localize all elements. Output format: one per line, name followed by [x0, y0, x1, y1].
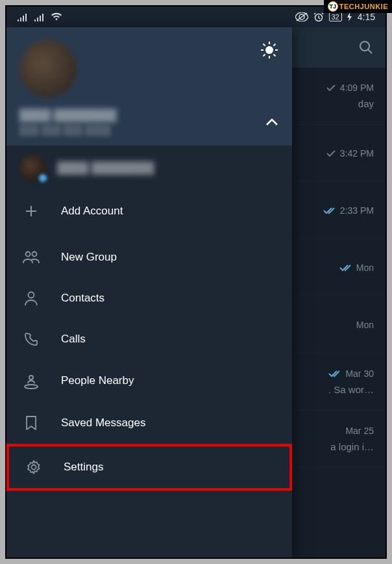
chat-time: Mon: [356, 263, 374, 273]
svg-line-11: [263, 55, 265, 57]
double-check-icon: [328, 370, 341, 378]
theme-toggle-icon[interactable]: [260, 40, 279, 60]
double-check-icon: [339, 264, 352, 272]
user-name: ████ ████████: [19, 109, 116, 122]
chat-time: Mar 25: [345, 426, 374, 436]
divider: [6, 234, 292, 235]
visibility-icon: [295, 12, 308, 21]
chat-preview: a login i…: [330, 441, 374, 452]
people-nearby-label: People Nearby: [61, 374, 134, 387]
people-nearby-item[interactable]: People Nearby: [6, 359, 292, 402]
chat-preview: day: [358, 98, 374, 109]
gear-icon: [25, 459, 43, 475]
add-account-item[interactable]: Add Account: [6, 191, 292, 231]
contacts-label: Contacts: [61, 292, 104, 305]
account-name: ████ ████████: [57, 162, 154, 175]
svg-point-16: [29, 376, 33, 379]
settings-item[interactable]: Settings: [9, 446, 289, 488]
avatar[interactable]: [19, 40, 77, 97]
chevron-up-icon[interactable]: [265, 118, 279, 127]
settings-label: Settings: [64, 461, 103, 474]
chat-preview: . Sa wor…: [328, 384, 374, 395]
svg-line-12: [274, 44, 276, 46]
person-icon: [22, 290, 40, 306]
svg-point-17: [25, 385, 38, 389]
navigation-drawer[interactable]: ████ ████████ ███ ███ ███ ████ ████ ████…: [6, 27, 292, 558]
check-icon: [326, 149, 336, 157]
svg-point-4: [265, 46, 273, 54]
chat-time: 4:09 PM: [340, 83, 374, 93]
search-icon[interactable]: [358, 40, 374, 55]
charging-icon: [347, 12, 352, 21]
saved-messages-label: Saved Messages: [61, 417, 145, 429]
location-person-icon: [22, 372, 40, 389]
plus-icon: [22, 204, 40, 218]
svg-point-2: [360, 42, 369, 51]
check-icon: [326, 84, 336, 92]
double-check-icon: [323, 207, 336, 214]
drawer-header: ████ ████████ ███ ███ ███ ████: [6, 27, 292, 146]
contacts-item[interactable]: Contacts: [6, 277, 292, 319]
user-phone: ███ ███ ███ ████: [19, 125, 116, 135]
bookmark-icon: [22, 415, 40, 431]
calls-label: Calls: [61, 333, 86, 346]
svg-point-15: [29, 292, 34, 298]
calls-item[interactable]: Calls: [6, 319, 292, 359]
chat-time: 3:42 PM: [340, 148, 374, 159]
phone-frame: 32 4:15 4:09 PMday3:42 PM2:33 PMMonMonMa…: [5, 5, 387, 559]
battery-indicator: 32: [329, 12, 342, 21]
svg-point-14: [32, 252, 37, 257]
alarm-icon: [313, 12, 324, 22]
account-item[interactable]: ████ ████████: [6, 146, 292, 191]
account-avatar: [19, 155, 47, 182]
wifi-icon: [51, 12, 62, 21]
svg-line-9: [263, 44, 265, 46]
svg-point-18: [32, 465, 36, 470]
chat-time: Mar 30: [345, 368, 374, 379]
add-account-label: Add Account: [61, 205, 123, 218]
phone-icon: [22, 332, 40, 346]
new-group-item[interactable]: New Group: [6, 237, 292, 277]
svg-line-10: [274, 55, 276, 57]
new-group-label: New Group: [61, 251, 117, 264]
chat-time: Mon: [356, 320, 374, 330]
svg-line-3: [368, 49, 372, 53]
svg-point-13: [26, 252, 31, 257]
active-badge: [38, 173, 48, 183]
watermark-text: TECHJUNKIE: [339, 3, 388, 10]
group-icon: [22, 250, 40, 264]
highlight-box: Settings: [6, 444, 292, 491]
watermark-logo: TJ: [328, 1, 338, 12]
signal-icon-1: [17, 12, 27, 21]
saved-messages-item[interactable]: Saved Messages: [6, 402, 292, 444]
chat-time: 2:33 PM: [340, 205, 374, 216]
status-time: 4:15: [358, 12, 375, 22]
watermark: TJ TECHJUNKIE: [324, 0, 392, 13]
signal-icon-2: [34, 12, 44, 21]
